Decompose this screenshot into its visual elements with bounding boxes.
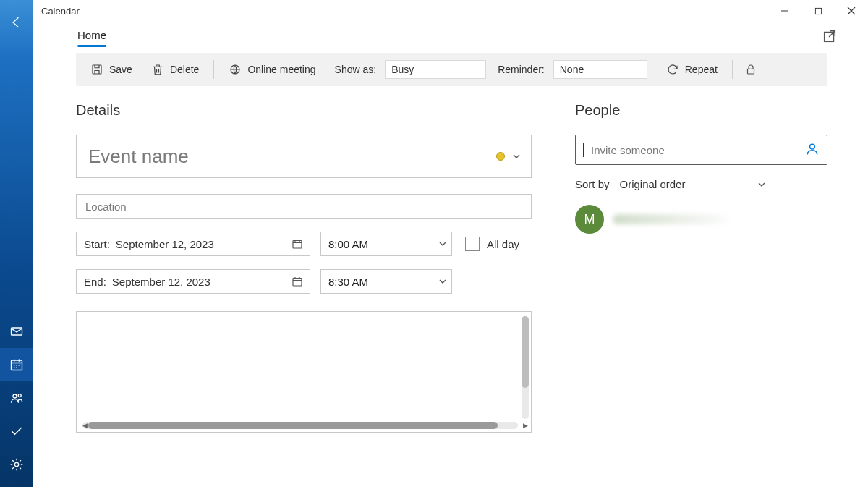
- avatar-initial: M: [584, 212, 595, 227]
- toolbar: Save Delete Online meeting Show as: Busy…: [76, 53, 827, 86]
- chevron-down-icon: [438, 277, 447, 286]
- lock-icon: [744, 63, 757, 76]
- separator: [732, 60, 733, 79]
- vertical-scrollbar[interactable]: [522, 316, 529, 419]
- text-cursor-icon: [583, 143, 584, 157]
- end-time-value: 8:30 AM: [328, 276, 438, 288]
- save-button[interactable]: Save: [83, 59, 140, 80]
- details-section: Details Start: September 12, 2023: [76, 102, 532, 487]
- private-button[interactable]: [740, 59, 762, 80]
- online-meeting-label: Online meeting: [247, 64, 315, 75]
- svg-rect-10: [293, 241, 302, 249]
- sort-by-label: Sort by: [575, 178, 610, 190]
- popout-icon: [822, 28, 838, 44]
- contacts-button[interactable]: [805, 142, 820, 158]
- sidebar-item-settings[interactable]: [0, 448, 33, 481]
- repeat-icon: [666, 63, 679, 76]
- svg-point-12: [810, 144, 815, 149]
- avatar: M: [575, 205, 604, 234]
- people-section: People Sort by Original order: [575, 102, 827, 487]
- popout-button[interactable]: [819, 25, 841, 47]
- sidebar-item-calendar[interactable]: [0, 348, 33, 381]
- event-name-field[interactable]: [76, 135, 532, 178]
- all-day-label: All day: [487, 238, 519, 250]
- start-date-label: Start:: [84, 238, 110, 250]
- end-date-value: September 12, 2023: [112, 276, 285, 288]
- end-date-label: End:: [84, 276, 106, 288]
- minimize-icon: [780, 7, 789, 15]
- calendar-icon: [9, 357, 24, 372]
- reminder-label: Reminder:: [498, 64, 545, 75]
- scroll-left-arrow-icon: ◀: [82, 422, 88, 429]
- scrollbar-thumb[interactable]: [522, 316, 529, 388]
- svg-rect-7: [93, 65, 101, 74]
- svg-rect-11: [293, 279, 302, 287]
- category-dropdown-button[interactable]: [512, 152, 521, 161]
- location-field[interactable]: [76, 194, 532, 219]
- sort-by-select[interactable]: Original order: [620, 178, 767, 190]
- description-field[interactable]: ◀ ▶: [76, 311, 532, 433]
- start-time-picker[interactable]: 8:00 AM: [320, 232, 452, 256]
- svg-rect-9: [747, 69, 754, 74]
- svg-rect-5: [815, 8, 821, 14]
- arrow-left-icon: [9, 15, 24, 30]
- calendar-icon: [291, 275, 304, 288]
- tab-bar: Home: [33, 22, 868, 47]
- tab-underline: [77, 45, 106, 47]
- separator: [213, 60, 214, 79]
- mail-icon: [9, 324, 24, 339]
- category-dot-icon: [496, 152, 505, 161]
- svg-point-2: [13, 394, 17, 398]
- start-time-value: 8:00 AM: [328, 238, 438, 250]
- description-textarea[interactable]: [82, 316, 518, 419]
- back-button[interactable]: [0, 6, 33, 39]
- window-close-button[interactable]: [835, 0, 868, 22]
- start-date-picker[interactable]: Start: September 12, 2023: [76, 232, 310, 256]
- horizontal-scrollbar[interactable]: ◀ ▶: [82, 422, 518, 429]
- repeat-button[interactable]: Repeat: [659, 59, 725, 80]
- show-as-select[interactable]: Busy: [385, 60, 486, 79]
- delete-button[interactable]: Delete: [144, 59, 206, 80]
- gear-icon: [9, 457, 24, 472]
- reminder-select[interactable]: None: [553, 60, 647, 79]
- sidebar-item-mail[interactable]: [0, 315, 33, 348]
- show-as-value: Busy: [391, 64, 414, 75]
- show-as-label: Show as:: [335, 64, 377, 75]
- delete-label: Delete: [170, 64, 199, 75]
- sidebar-item-todo[interactable]: [0, 415, 33, 448]
- people-title: People: [575, 102, 827, 119]
- location-input[interactable]: [84, 200, 524, 213]
- person-icon: [805, 142, 820, 156]
- svg-point-3: [18, 394, 21, 397]
- end-time-picker[interactable]: 8:30 AM: [320, 269, 452, 294]
- app-sidebar: [0, 0, 33, 487]
- details-title: Details: [76, 102, 532, 119]
- invite-input[interactable]: [590, 143, 799, 157]
- all-day-checkbox[interactable]: [465, 237, 480, 251]
- calendar-picker-icon: [291, 237, 304, 250]
- sort-by-value: Original order: [620, 178, 686, 190]
- people-icon: [9, 391, 24, 405]
- scroll-right-arrow-icon: ▶: [523, 422, 528, 429]
- svg-point-4: [14, 462, 18, 466]
- event-name-input[interactable]: [87, 145, 489, 169]
- chevron-down-icon: [757, 180, 766, 189]
- maximize-icon: [814, 7, 822, 15]
- calendar-picker-icon: [291, 275, 304, 288]
- tab-home-label: Home: [77, 29, 106, 41]
- end-date-picker[interactable]: End: September 12, 2023: [76, 269, 310, 294]
- sidebar-item-people[interactable]: [0, 381, 33, 415]
- attendee-item[interactable]: M: [575, 205, 827, 234]
- attendee-name: [613, 214, 728, 224]
- window-title: Calendar: [41, 6, 80, 17]
- scrollbar-thumb[interactable]: [88, 422, 498, 429]
- close-icon: [847, 7, 856, 15]
- invite-field[interactable]: [575, 135, 827, 165]
- save-label: Save: [109, 64, 132, 75]
- online-meeting-button[interactable]: Online meeting: [221, 59, 323, 80]
- window-maximize-button[interactable]: [801, 0, 835, 22]
- repeat-label: Repeat: [685, 64, 718, 75]
- tab-home[interactable]: Home: [76, 25, 108, 47]
- window-minimize-button[interactable]: [768, 0, 801, 22]
- save-icon: [90, 63, 103, 76]
